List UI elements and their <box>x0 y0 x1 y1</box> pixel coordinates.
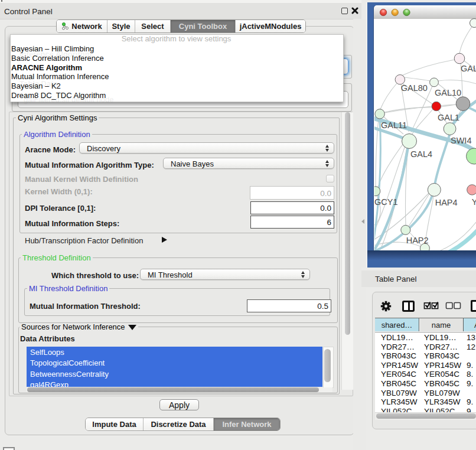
svg-text:GAL11: GAL11 <box>381 120 407 130</box>
svg-text:SWI4: SWI4 <box>451 136 471 145</box>
svg-text:GAL2: GAL2 <box>461 64 476 73</box>
svg-text:Y: Y <box>472 197 476 207</box>
svg-text:GAL4: GAL4 <box>410 149 432 159</box>
svg-text:GAL80: GAL80 <box>401 83 428 93</box>
svg-text:GAL10: GAL10 <box>435 88 461 97</box>
svg-text:HAP4: HAP4 <box>435 198 458 207</box>
svg-text:GCY1: GCY1 <box>374 197 398 207</box>
svg-text:GAL1: GAL1 <box>438 113 459 122</box>
svg-text:HAP2: HAP2 <box>406 236 429 245</box>
